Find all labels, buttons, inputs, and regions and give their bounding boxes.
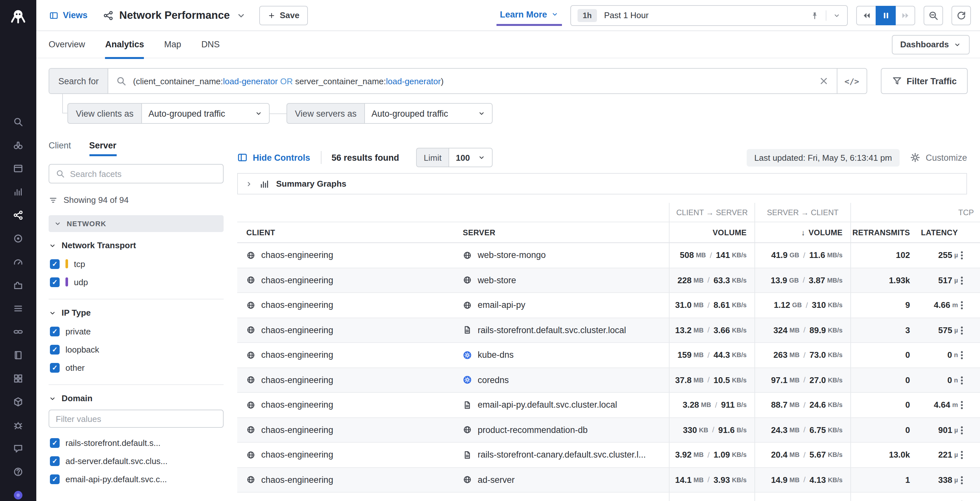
row-menu-button[interactable]: [957, 350, 967, 360]
views-button[interactable]: Views: [49, 10, 88, 20]
facet-section-title[interactable]: Domain: [49, 393, 224, 403]
checkbox-checked[interactable]: ✓: [50, 259, 60, 269]
zoom-out-button[interactable]: [924, 5, 943, 25]
forward-button[interactable]: [895, 5, 915, 25]
limit-select[interactable]: 100: [449, 148, 493, 167]
tab-map[interactable]: Map: [164, 31, 181, 58]
globe-icon: [246, 401, 255, 410]
table-row[interactable]: chaos-engineering web-store 228MB/63.3KB…: [237, 268, 980, 293]
sidebar-item-search[interactable]: [13, 117, 23, 127]
sidebar-item-connections[interactable]: [13, 327, 23, 337]
checkbox-checked[interactable]: ✓: [50, 277, 60, 287]
row-menu-button[interactable]: [957, 300, 967, 310]
facet-item[interactable]: ✓ udp: [49, 273, 224, 291]
table-row[interactable]: chaos-engineering email-api-py 31.0MB/8.…: [237, 293, 980, 318]
customize-button[interactable]: Customize: [910, 152, 967, 163]
row-menu-button[interactable]: [957, 500, 967, 501]
checkbox-checked[interactable]: ✓: [50, 474, 60, 484]
kentik-logo[interactable]: [0, 0, 36, 32]
table-row[interactable]: chaos-engineering web-store-mongo 508MB/…: [237, 243, 980, 268]
row-menu-button[interactable]: [957, 450, 967, 460]
facet-item[interactable]: ✓ rails-storefront.default.s...: [49, 434, 224, 452]
facet-filter-input[interactable]: [49, 410, 224, 428]
rewind-button[interactable]: [856, 5, 876, 25]
table-row[interactable]: chaos-engineering coredns 37.8MB/10.5KB/…: [237, 368, 980, 393]
table-row[interactable]: chaos-engineering product-recommendation…: [237, 418, 980, 443]
view-servers-as-select[interactable]: Auto-grouped traffic: [364, 103, 493, 124]
row-menu-button[interactable]: [957, 375, 967, 385]
row-menu-button[interactable]: [957, 400, 967, 410]
row-menu-button[interactable]: [957, 425, 967, 435]
checkbox-checked[interactable]: ✓: [50, 456, 60, 466]
sidebar-item-debug[interactable]: [13, 420, 23, 430]
tab-analytics[interactable]: Analytics: [105, 31, 144, 58]
pin-icon[interactable]: [810, 11, 819, 20]
tab-overview[interactable]: Overview: [49, 31, 85, 58]
sidebar-item-integrations[interactable]: [13, 280, 23, 290]
facet-item[interactable]: ✓ email-api-py.default.svc.c...: [49, 470, 224, 488]
facet-item[interactable]: ✓ tcp: [49, 255, 224, 273]
table-row[interactable]: chaos-engineering email-api-py.default.s…: [237, 393, 980, 418]
facet-tab-client[interactable]: Client: [49, 141, 71, 156]
col-server[interactable]: SERVER: [456, 222, 669, 243]
facet-item[interactable]: ✓ private: [49, 322, 224, 340]
table-row[interactable]: chaos-engineering rails-storefront.defau…: [237, 318, 980, 343]
facet-section-title[interactable]: Network Transport: [49, 240, 224, 250]
tab-dns[interactable]: DNS: [201, 31, 220, 58]
chevron-down-icon[interactable]: [833, 11, 841, 19]
sidebar-item-analytics[interactable]: [13, 187, 23, 197]
sidebar-item-network[interactable]: [13, 210, 23, 220]
checkbox-checked[interactable]: ✓: [50, 326, 60, 336]
save-button[interactable]: Save: [259, 5, 308, 25]
col-volume-sc[interactable]: ↓VOLUME: [754, 222, 850, 243]
learn-more-button[interactable]: Learn More: [496, 5, 562, 25]
sidebar-item-performance[interactable]: [13, 257, 23, 267]
sidebar-item-feedback[interactable]: [13, 443, 23, 454]
table-row[interactable]: chaos-engineering k8s-dns-dnsmasq-nanny.…: [237, 493, 980, 501]
checkbox-checked[interactable]: ✓: [50, 363, 60, 372]
sidebar-item-status[interactable]: [13, 490, 23, 500]
table-row[interactable]: chaos-engineering kube-dns 159MB/44.3KB/…: [237, 343, 980, 368]
sidebar-item-apps[interactable]: [13, 373, 23, 384]
code-view-toggle[interactable]: </>: [837, 69, 866, 93]
sidebar-item-library[interactable]: [13, 350, 23, 360]
search-input[interactable]: (client_container_name:load-generator OR…: [108, 69, 837, 93]
sidebar-item-summary[interactable]: [13, 163, 23, 174]
facet-item[interactable]: ✓ loopback: [49, 340, 224, 358]
facet-search-input[interactable]: [70, 169, 216, 178]
row-menu-button[interactable]: [957, 275, 967, 286]
sidebar-item-observe[interactable]: [13, 233, 23, 244]
facet-search[interactable]: [49, 164, 224, 183]
row-menu-button[interactable]: [957, 325, 967, 336]
facet-section-title[interactable]: IP Type: [49, 308, 224, 318]
dashboards-button[interactable]: Dashboards: [892, 35, 970, 54]
col-volume-cs[interactable]: VOLUME: [669, 222, 754, 243]
summary-graphs-toggle[interactable]: Summary Graphs: [237, 173, 967, 194]
row-menu-button[interactable]: [957, 475, 967, 485]
col-latency[interactable]: LATENCY: [919, 222, 980, 243]
pause-button[interactable]: [876, 5, 896, 25]
title-dropdown-caret[interactable]: [235, 10, 246, 21]
sidebar-item-help[interactable]: [13, 467, 23, 477]
refresh-button[interactable]: [951, 5, 971, 25]
row-menu-button[interactable]: [957, 250, 967, 261]
view-clients-as-select[interactable]: Auto-grouped traffic: [141, 103, 270, 124]
sidebar-item-lists[interactable]: [13, 303, 23, 314]
facet-group-network[interactable]: NETWORK: [49, 215, 224, 232]
facet-tab-server[interactable]: Server: [89, 141, 116, 156]
search-bar[interactable]: Search for (client_container_name:load-g…: [49, 68, 867, 94]
checkbox-checked[interactable]: ✓: [50, 345, 60, 354]
hide-controls-button[interactable]: Hide Controls: [237, 152, 310, 163]
filter-traffic-button[interactable]: Filter Traffic: [880, 68, 968, 94]
sidebar-item-explore[interactable]: [13, 140, 23, 150]
table-row[interactable]: chaos-engineering rails-storefront-canar…: [237, 443, 980, 468]
facet-item[interactable]: ✓ other: [49, 358, 224, 377]
time-range-picker[interactable]: 1h Past 1 Hour: [570, 5, 848, 25]
col-retransmits[interactable]: RETRANSMITS: [850, 222, 919, 243]
facet-item[interactable]: ✓ ad-server.default.svc.clus...: [49, 452, 224, 470]
table-row[interactable]: chaos-engineering ad-server 14.1MB/3.93K…: [237, 468, 980, 493]
col-client[interactable]: CLIENT: [237, 222, 456, 243]
clear-search-icon[interactable]: [818, 76, 829, 86]
checkbox-checked[interactable]: ✓: [50, 438, 60, 447]
sidebar-item-packages[interactable]: [13, 397, 23, 407]
